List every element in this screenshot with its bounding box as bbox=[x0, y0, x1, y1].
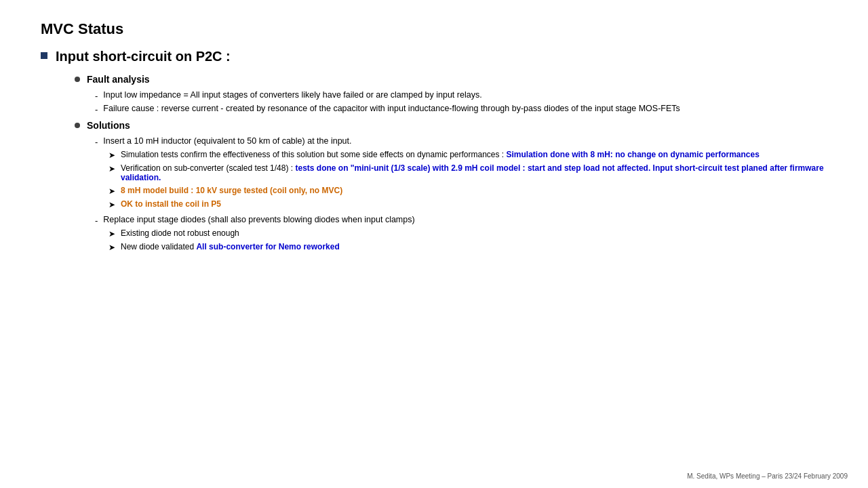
slide-container: MVC Status Input short-circuit on P2C : … bbox=[0, 0, 868, 488]
arrow-text-1-highlight: Simulation done with 8 mH: no change on … bbox=[507, 150, 760, 159]
fault-dash-text-1: Input low impedance = All input stages o… bbox=[103, 90, 481, 100]
solutions-label: Solutions bbox=[87, 120, 130, 131]
solution-dash-text-2: Replace input stage diodes (shall also p… bbox=[103, 215, 414, 224]
arrow-text-6-plain: New diode validated bbox=[121, 242, 196, 251]
footer: M. Sedita, WPs Meeting – Paris 23/24 Feb… bbox=[687, 472, 848, 480]
solution-dash-1: - Insert a 10 mH inductor (equivalent to… bbox=[95, 136, 827, 147]
arrow-text-6-highlight: All sub-converter for Nemo reworked bbox=[196, 242, 339, 251]
fault-analysis-label: Fault analysis bbox=[87, 74, 150, 85]
arrow-item-3: ➤ 8 mH model build : 10 kV surge tested … bbox=[108, 186, 827, 196]
arrow-text-5: Existing diode not robust enough bbox=[121, 228, 239, 238]
main-bullet-text: Input short-circuit on P2C : bbox=[56, 49, 231, 64]
arrow-text-3: 8 mH model build : 10 kV surge tested (c… bbox=[121, 186, 342, 195]
arrow-icon-2: ➤ bbox=[108, 164, 115, 174]
arrow-text-4-highlight: OK to install the coil in P5 bbox=[121, 199, 221, 209]
solution-dash-text-1: Insert a 10 mH inductor (equivalent to 5… bbox=[103, 136, 351, 146]
arrow-icon-5: ➤ bbox=[108, 229, 115, 239]
arrow-item-6: ➤ New diode validated All sub-converter … bbox=[108, 242, 827, 252]
fault-analysis-bullet: Fault analysis bbox=[75, 74, 827, 85]
solution-dash-icon-2: - bbox=[95, 216, 98, 226]
main-bullet: Input short-circuit on P2C : bbox=[41, 49, 827, 64]
solutions-bullet-icon bbox=[75, 123, 80, 128]
arrow-item-4: ➤ OK to install the coil in P5 bbox=[108, 199, 827, 209]
arrow-icon-1: ➤ bbox=[108, 150, 115, 160]
slide-title: MVC Status bbox=[41, 20, 827, 38]
fault-analysis-dash-items: - Input low impedance = All input stages… bbox=[95, 90, 827, 115]
arrow-icon-3: ➤ bbox=[108, 186, 115, 196]
arrow-item-5: ➤ Existing diode not robust enough bbox=[108, 228, 827, 239]
arrow-text-1-plain: Simulation tests confirm the effectivene… bbox=[121, 150, 507, 159]
arrow-text-2: Verification on sub-converter (scaled te… bbox=[121, 163, 827, 182]
arrow-icon-4: ➤ bbox=[108, 200, 115, 209]
solution-dash-2: - Replace input stage diodes (shall also… bbox=[95, 215, 827, 226]
solutions-bullet: Solutions bbox=[75, 120, 827, 131]
fault-analysis-bullet-icon bbox=[75, 77, 80, 82]
arrow-text-4: OK to install the coil in P5 bbox=[121, 199, 221, 209]
dash-icon-1: - bbox=[95, 91, 98, 101]
arrow-text-2-plain: Verification on sub-converter (scaled te… bbox=[121, 163, 295, 173]
solution-dash-icon-1: - bbox=[95, 137, 98, 147]
arrow-item-2: ➤ Verification on sub-converter (scaled … bbox=[108, 163, 827, 182]
fault-dash-2: - Failure cause : reverse current - crea… bbox=[95, 104, 827, 115]
sub-sections: Fault analysis - Input low impedance = A… bbox=[75, 74, 827, 252]
solution-2-arrows: ➤ Existing diode not robust enough ➤ New… bbox=[108, 228, 827, 252]
arrow-text-3-highlight: 8 mH model build : 10 kV surge tested (c… bbox=[121, 186, 342, 195]
arrow-item-1: ➤ Simulation tests confirm the effective… bbox=[108, 150, 827, 160]
dash-icon-2: - bbox=[95, 104, 98, 115]
fault-dash-text-2: Failure cause : reverse current - create… bbox=[103, 104, 679, 113]
arrow-text-6: New diode validated All sub-converter fo… bbox=[121, 242, 340, 251]
arrow-icon-6: ➤ bbox=[108, 243, 115, 252]
solution-1-arrows: ➤ Simulation tests confirm the effective… bbox=[108, 150, 827, 209]
solutions-dash-items: - Insert a 10 mH inductor (equivalent to… bbox=[95, 136, 827, 252]
arrow-text-1: Simulation tests confirm the effectivene… bbox=[121, 150, 760, 159]
main-bullet-icon bbox=[41, 52, 47, 59]
fault-dash-1: - Input low impedance = All input stages… bbox=[95, 90, 827, 101]
